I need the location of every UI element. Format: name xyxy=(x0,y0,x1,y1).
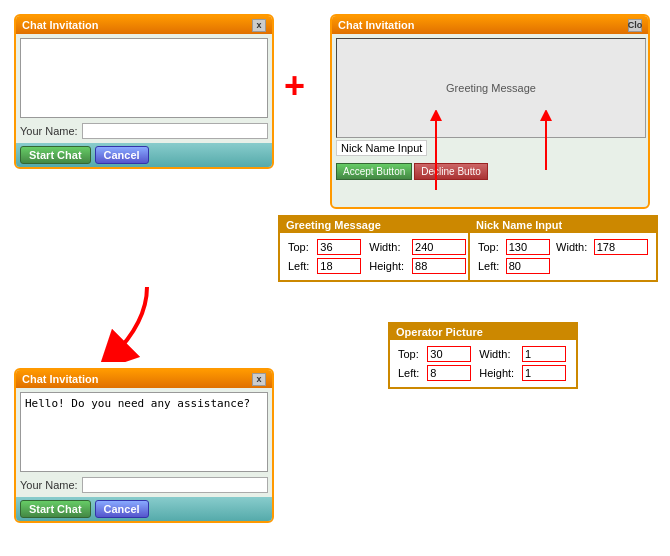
greeting-height-input[interactable] xyxy=(412,258,466,274)
nick-width-label: Width: xyxy=(556,241,588,253)
greeting-width-input[interactable] xyxy=(412,239,466,255)
top-left-message-area[interactable] xyxy=(20,38,268,118)
bottom-left-body: Hello! Do you need any assistance? Your … xyxy=(16,388,272,497)
arrow-nick xyxy=(540,110,552,170)
greeting-width-label: Width: xyxy=(369,241,406,253)
bottom-left-name-input[interactable] xyxy=(82,477,268,493)
top-left-chat: Chat Invitation x Your Name: Start Chat … xyxy=(14,14,274,169)
top-left-name-row: Your Name: xyxy=(20,123,268,139)
greeting-left-label: Left: xyxy=(288,260,311,272)
nick-left-label: Left: xyxy=(478,260,500,272)
greeting-left-input[interactable] xyxy=(317,258,361,274)
top-left-name-label: Your Name: xyxy=(20,125,78,137)
nick-top-input[interactable] xyxy=(506,239,550,255)
bottom-left-close[interactable]: x xyxy=(252,373,266,386)
op-top-label: Top: xyxy=(398,348,421,360)
operator-panel-title: Operator Picture xyxy=(390,324,576,340)
nick-left-input[interactable] xyxy=(506,258,550,274)
top-left-title-bar: Chat Invitation x xyxy=(16,16,272,34)
greeting-top-label: Top: xyxy=(288,241,311,253)
top-left-buttons: Start Chat Cancel xyxy=(16,143,272,167)
accept-button[interactable]: Accept Button xyxy=(336,163,412,180)
top-right-title-bar: Chat Invitation Clo xyxy=(332,16,648,34)
greeting-label: Greeting Message xyxy=(446,82,536,94)
top-right-chat: Chat Invitation Clo Greeting Message You… xyxy=(330,14,650,209)
nick-top-label: Top: xyxy=(478,241,500,253)
greeting-panel-grid: Top: Width: Left: Height: xyxy=(288,239,468,274)
arrow-greeting xyxy=(430,110,442,190)
top-left-body: Your Name: xyxy=(16,34,272,143)
greeting-prop-panel: Greeting Message Top: Width: Left: Heigh… xyxy=(278,215,478,282)
bottom-left-start-chat[interactable]: Start Chat xyxy=(20,500,91,518)
bottom-left-cancel[interactable]: Cancel xyxy=(95,500,149,518)
top-left-name-input[interactable] xyxy=(82,123,268,139)
big-arrow-down xyxy=(92,282,162,362)
bottom-left-title-bar: Chat Invitation x xyxy=(16,370,272,388)
top-left-start-chat[interactable]: Start Chat xyxy=(20,146,91,164)
greeting-height-label: Height: xyxy=(369,260,406,272)
top-left-close[interactable]: x xyxy=(252,19,266,32)
op-height-label: Height: xyxy=(479,367,516,379)
op-top-input[interactable] xyxy=(427,346,471,362)
operator-prop-panel: Operator Picture Top: Width: Left: Heigh… xyxy=(388,322,578,389)
top-right-close[interactable]: Clo xyxy=(628,19,642,32)
top-right-title: Chat Invitation xyxy=(338,19,414,31)
nick-name-label-display: Nick Name Input xyxy=(336,140,427,156)
op-left-label: Left: xyxy=(398,367,421,379)
operator-panel-grid: Top: Width: Left: Height: xyxy=(398,346,568,381)
bottom-left-chat: Chat Invitation x Hello! Do you need any… xyxy=(14,368,274,523)
greeting-area: Greeting Message xyxy=(336,38,646,138)
greeting-panel-title: Greeting Message xyxy=(280,217,476,233)
op-left-input[interactable] xyxy=(427,365,471,381)
top-left-title: Chat Invitation xyxy=(22,19,98,31)
greeting-top-input[interactable] xyxy=(317,239,361,255)
nick-panel-grid: Top: Width: Left: xyxy=(478,239,648,274)
op-height-input[interactable] xyxy=(522,365,566,381)
op-width-label: Width: xyxy=(479,348,516,360)
decline-button[interactable]: Decline Butto xyxy=(414,163,487,180)
bottom-left-buttons: Start Chat Cancel xyxy=(16,497,272,521)
op-width-input[interactable] xyxy=(522,346,566,362)
plus-sign: + xyxy=(284,65,305,107)
bottom-left-message-area[interactable]: Hello! Do you need any assistance? xyxy=(20,392,268,472)
bottom-left-title: Chat Invitation xyxy=(22,373,98,385)
top-left-cancel[interactable]: Cancel xyxy=(95,146,149,164)
bottom-left-name-row: Your Name: xyxy=(20,477,268,493)
nick-panel-title: Nick Name Input xyxy=(470,217,656,233)
nick-width-input[interactable] xyxy=(594,239,648,255)
nick-prop-panel: Nick Name Input Top: Width: Left: xyxy=(468,215,658,282)
bottom-left-name-label: Your Name: xyxy=(20,479,78,491)
